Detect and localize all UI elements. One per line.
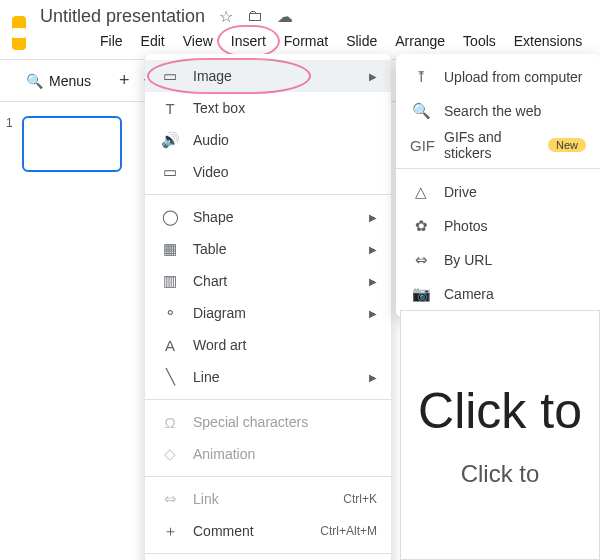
submenu-arrow-icon: ▶ [369,276,377,287]
special-characters-icon: Ω [159,414,181,431]
menu-tools[interactable]: Tools [455,29,504,53]
menu-file[interactable]: File [92,29,131,53]
menus-search-label: Menus [49,73,91,89]
menu-edit[interactable]: Edit [133,29,173,53]
menu-item-label: Text box [193,100,377,116]
menu-slide[interactable]: Slide [338,29,385,53]
menu-insert[interactable]: Insert [223,29,274,53]
image-photos[interactable]: ✿Photos [396,209,600,243]
insert-comment[interactable]: ＋CommentCtrl+Alt+M [145,515,391,547]
cloud-status-icon[interactable]: ☁ [277,7,293,26]
menu-item-label: Shape [193,209,359,225]
insert-video[interactable]: ▭Video [145,156,391,188]
menu-item-label: Table [193,241,359,257]
table-icon: ▦ [159,240,181,258]
insert-link: ⇔LinkCtrl+K [145,483,391,515]
submenu-arrow-icon: ▶ [369,308,377,319]
link-icon: ⇔ [159,490,181,508]
menu-item-label: Chart [193,273,359,289]
slide-thumbnail-1[interactable] [22,116,122,172]
menu-format[interactable]: Format [276,29,336,53]
menu-help[interactable]: Help [592,29,600,53]
audio-icon: 🔊 [159,131,181,149]
menu-item-label: Audio [193,132,377,148]
image-drive[interactable]: △Drive [396,175,600,209]
image-camera[interactable]: 📷Camera [396,277,600,311]
menu-item-label: Diagram [193,305,359,321]
shortcut-label: Ctrl+K [343,492,377,506]
insert-text-box[interactable]: TText box [145,92,391,124]
app-logo[interactable] [12,16,26,50]
submenu-arrow-icon: ▶ [369,372,377,383]
menu-item-label: Comment [193,523,320,539]
video-icon: ▭ [159,163,181,181]
insert-image[interactable]: ▭Image▶ [145,60,391,92]
image-icon: ▭ [159,67,181,85]
insert-audio[interactable]: 🔊Audio [145,124,391,156]
submenu-item-label: Photos [444,218,488,234]
menu-extensions[interactable]: Extensions [506,29,590,53]
line-icon: ╲ [159,368,181,386]
submenu-arrow-icon: ▶ [369,212,377,223]
word-art-icon: A [159,337,181,354]
shape-icon: ◯ [159,208,181,226]
text-box-icon: T [159,100,181,117]
thumbnail-panel: 1 [0,106,140,560]
drive-icon: △ [410,183,432,201]
menu-item-label: Line [193,369,359,385]
search-the-web-icon: 🔍 [410,102,432,120]
slide-canvas[interactable]: Click to Click to [400,310,600,560]
insert-menu-dropdown: ▭Image▶TText box🔊Audio▭Video◯Shape▶▦Tabl… [145,54,391,560]
menus-search-button[interactable]: 🔍 Menus [12,67,105,95]
submenu-item-label: Search the web [444,103,541,119]
subtitle-placeholder[interactable]: Click to [461,460,540,488]
menu-item-label: Link [193,491,343,507]
photos-icon: ✿ [410,217,432,235]
insert-animation: ◇Animation [145,438,391,470]
insert-chart[interactable]: ▥Chart▶ [145,265,391,297]
shortcut-label: Ctrl+Alt+M [320,524,377,538]
star-icon[interactable]: ☆ [219,7,233,26]
title-placeholder[interactable]: Click to [418,382,582,440]
image-submenu: ⤒Upload from computer🔍Search the webGIFG… [396,54,600,317]
insert-word-art[interactable]: AWord art [145,329,391,361]
submenu-item-label: By URL [444,252,492,268]
comment-icon: ＋ [159,522,181,541]
menu-item-label: Special characters [193,414,377,430]
animation-icon: ◇ [159,445,181,463]
gifs-and-stickers-icon: GIF [410,137,432,154]
new-slide-button[interactable]: + [115,66,134,95]
thumbnail-number: 1 [6,116,13,130]
chart-icon: ▥ [159,272,181,290]
insert-shape[interactable]: ◯Shape▶ [145,201,391,233]
document-title[interactable]: Untitled presentation [40,6,205,27]
menu-view[interactable]: View [175,29,221,53]
menu-item-label: Animation [193,446,377,462]
upload-from-computer-icon: ⤒ [410,68,432,86]
diagram-icon: ⚬ [159,304,181,322]
insert-table[interactable]: ▦Table▶ [145,233,391,265]
new-badge: New [548,138,586,152]
image-upload-from-computer[interactable]: ⤒Upload from computer [396,60,600,94]
image-search-the-web[interactable]: 🔍Search the web [396,94,600,128]
menu-item-label: Image [193,68,359,84]
camera-icon: 📷 [410,285,432,303]
submenu-arrow-icon: ▶ [369,244,377,255]
submenu-item-label: Camera [444,286,494,302]
insert-diagram[interactable]: ⚬Diagram▶ [145,297,391,329]
image-by-url[interactable]: ⇔By URL [396,243,600,277]
search-icon: 🔍 [26,73,43,89]
menu-item-label: Word art [193,337,377,353]
insert-special-characters: ΩSpecial characters [145,406,391,438]
submenu-item-label: GIFs and stickers [444,129,548,161]
insert-line[interactable]: ╲Line▶ [145,361,391,393]
by-url-icon: ⇔ [410,251,432,269]
submenu-item-label: Drive [444,184,477,200]
menu-item-label: Video [193,164,377,180]
submenu-item-label: Upload from computer [444,69,583,85]
image-gifs-and-stickers[interactable]: GIFGIFs and stickersNew [396,128,600,162]
menu-arrange[interactable]: Arrange [387,29,453,53]
move-icon[interactable]: 🗀 [247,7,263,26]
submenu-arrow-icon: ▶ [369,71,377,82]
